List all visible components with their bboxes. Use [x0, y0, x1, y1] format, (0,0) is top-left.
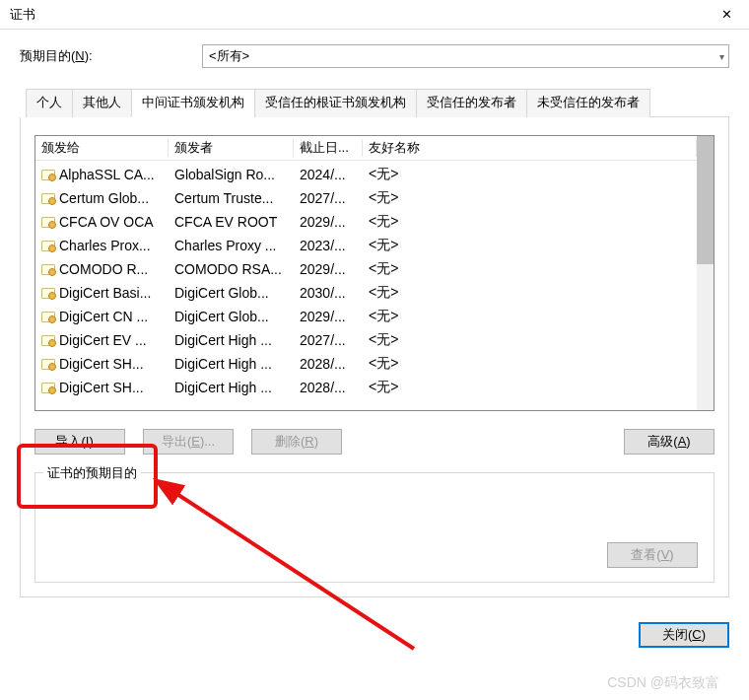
- cert-icon: [41, 217, 55, 228]
- tab-panel: 颁发给 颁发者 截止日... 友好名称 AlphaSSL CA...Global…: [20, 117, 729, 597]
- cert-icon: [41, 241, 55, 251]
- remove-button[interactable]: 删除(R): [251, 429, 342, 455]
- table-row[interactable]: Charles Prox...Charles Proxy ...2023/...…: [35, 234, 714, 257]
- tab-4[interactable]: 受信任的发布者: [416, 89, 527, 117]
- table-row[interactable]: DigiCert EV ...DigiCert High ...2027/...…: [35, 328, 714, 352]
- col-issued-by[interactable]: 颁发者: [169, 139, 294, 157]
- table-row[interactable]: COMODO R...COMODO RSA...2029/...<无>: [35, 257, 714, 281]
- table-row[interactable]: DigiCert CN ...DigiCert Glob...2029/...<…: [35, 305, 714, 328]
- view-button[interactable]: 查看(V): [607, 542, 698, 568]
- cert-icon: [41, 383, 55, 393]
- col-friendly-name[interactable]: 友好名称: [363, 139, 697, 157]
- col-expiry[interactable]: 截止日...: [294, 139, 363, 157]
- scrollbar[interactable]: [697, 136, 714, 410]
- titlebar: 证书 ✕: [0, 0, 749, 30]
- cert-icon: [41, 288, 55, 299]
- chevron-down-icon: ▾: [719, 51, 724, 62]
- advanced-button[interactable]: 高级(A): [624, 429, 715, 455]
- watermark: CSDN @码衣致富: [607, 674, 719, 692]
- purpose-label: 预期目的(N):: [20, 47, 202, 65]
- table-row[interactable]: DigiCert Basi...DigiCert Glob...2030/...…: [35, 281, 714, 305]
- tabs: 个人其他人中间证书颁发机构受信任的根证书颁发机构受信任的发布者未受信任的发布者: [26, 88, 729, 117]
- cert-icon: [41, 335, 55, 346]
- tab-2[interactable]: 中间证书颁发机构: [131, 89, 255, 117]
- table-body: AlphaSSL CA...GlobalSign Ro...2024/...<无…: [35, 161, 714, 399]
- close-button[interactable]: 关闭(C): [639, 622, 729, 648]
- tab-0[interactable]: 个人: [26, 89, 73, 117]
- table-row[interactable]: DigiCert SH...DigiCert High ...2028/...<…: [35, 376, 714, 399]
- purpose-selected-value: <所有>: [209, 47, 249, 65]
- cert-table: 颁发给 颁发者 截止日... 友好名称 AlphaSSL CA...Global…: [34, 135, 715, 411]
- cert-icon: [41, 170, 55, 180]
- window-title: 证书: [10, 6, 35, 24]
- content-area: 预期目的(N): <所有> ▾ 个人其他人中间证书颁发机构受信任的根证书颁发机构…: [0, 30, 749, 607]
- cert-icon: [41, 264, 55, 275]
- col-issued-to[interactable]: 颁发给: [35, 139, 169, 157]
- window-close-button[interactable]: ✕: [705, 0, 749, 30]
- export-button[interactable]: 导出(E)...: [143, 429, 234, 455]
- purpose-row: 预期目的(N): <所有> ▾: [20, 44, 729, 68]
- cert-icon: [41, 193, 55, 204]
- purpose-select[interactable]: <所有> ▾: [202, 44, 729, 68]
- purpose-fieldset: 证书的预期目的 查看(V): [34, 472, 715, 583]
- bottom-row: 关闭(C): [0, 607, 749, 663]
- close-icon: ✕: [721, 7, 732, 22]
- table-row[interactable]: Certum Glob...Certum Truste...2027/...<无…: [35, 186, 714, 210]
- cert-icon: [41, 359, 55, 370]
- table-header: 颁发给 颁发者 截止日... 友好名称: [35, 136, 714, 161]
- cert-icon: [41, 312, 55, 322]
- table-row[interactable]: CFCA OV OCACFCA EV ROOT2029/...<无>: [35, 210, 714, 234]
- button-row: 导入(I)... 导出(E)... 删除(R) 高级(A): [34, 429, 715, 455]
- tab-1[interactable]: 其他人: [72, 89, 132, 117]
- table-row[interactable]: DigiCert SH...DigiCert High ...2028/...<…: [35, 352, 714, 376]
- table-row[interactable]: AlphaSSL CA...GlobalSign Ro...2024/...<无…: [35, 163, 714, 186]
- import-button[interactable]: 导入(I)...: [34, 429, 125, 455]
- fieldset-legend: 证书的预期目的: [43, 464, 141, 482]
- tab-5[interactable]: 未受信任的发布者: [526, 89, 650, 117]
- tab-3[interactable]: 受信任的根证书颁发机构: [254, 89, 417, 117]
- scrollbar-thumb[interactable]: [697, 136, 714, 264]
